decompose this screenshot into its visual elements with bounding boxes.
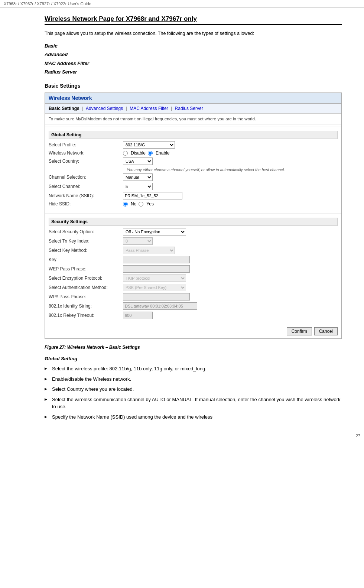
wireless-network-label: Wireless Network:: [49, 150, 123, 156]
select-profile-dropdown[interactable]: 802.11B/G 802.11b only 802.11g only mixe…: [123, 141, 175, 149]
nav-link-radius[interactable]: Radius Server: [175, 106, 203, 111]
bullet-item-0: Select the wireless profile: 802.11b/g, …: [45, 365, 342, 373]
channel-selection-row: Channel Selection: Manual Auto: [49, 173, 338, 181]
select-channel-control: 5: [123, 183, 153, 190]
nav-link-advanced[interactable]: Advanced Settings: [86, 106, 123, 111]
wep-passphrase-row: WEP Pass Phrase:: [49, 265, 338, 273]
select-country-row: Select Country: USA: [49, 157, 338, 165]
bullet-item-1: Enable/disable the Wireless network.: [45, 376, 342, 383]
tx-key-label: Select Tx Key Index:: [49, 238, 123, 244]
breadcrumb: X7968r / X7967r / X7927r / X7922r User's…: [4, 1, 91, 6]
channel-selection-dropdown[interactable]: Manual Auto: [123, 173, 153, 181]
hide-ssid-no-radio[interactable]: [123, 202, 128, 207]
nav-link-mac[interactable]: MAC Address Filter: [130, 106, 168, 111]
global-settings-section: Global Setting Select Profile: 802.11B/G…: [45, 129, 341, 211]
global-section-label: Global Setting: [49, 131, 338, 139]
rekey-timeout-input[interactable]: [123, 312, 153, 319]
network-name-control: [123, 192, 182, 199]
key-row: Key:: [49, 256, 338, 263]
wireless-network-box: Wireless Network Basic Settings | Advanc…: [45, 92, 342, 339]
key-method-control: Pass Phrase: [123, 247, 175, 254]
wireless-network-enable-radio[interactable]: [148, 151, 153, 156]
confirm-button[interactable]: Confirm: [287, 327, 312, 335]
select-profile-control: 802.11B/G 802.11b only 802.11g only mixe…: [123, 141, 175, 149]
select-profile-row: Select Profile: 802.11B/G 802.11b only 8…: [49, 141, 338, 149]
bullet-item-2: Select Country where you are located.: [45, 386, 342, 393]
auth-method-label: Select Authentication Method:: [49, 285, 123, 290]
auth-method-row: Select Authentication Method: PSK (Pre S…: [49, 284, 338, 291]
identity-string-label: 802.1x Identity String:: [49, 303, 123, 309]
enable-label: Enable: [156, 150, 169, 156]
intro-text: This page allows you to setup the wirele…: [45, 30, 342, 37]
tx-key-dropdown[interactable]: 0: [123, 237, 153, 245]
bullet-item-4: Specify the Network Name (SSID) used amo…: [45, 413, 342, 421]
select-channel-dropdown[interactable]: 5: [123, 183, 153, 190]
hide-ssid-no-label: No: [131, 201, 136, 207]
nav-sep-1: |: [82, 106, 83, 111]
bullet-item-3: Select the wireless communication channe…: [45, 396, 342, 410]
main-content: Wireless Network Page for X7968r and X79…: [0, 8, 364, 431]
hide-ssid-control: No Yes: [123, 201, 154, 207]
page-title: Wireless Network Page for X7968r and X79…: [45, 15, 342, 25]
auth-method-dropdown[interactable]: PSK (Pre Shared Key): [123, 284, 186, 291]
channel-selection-label: Channel Selection:: [49, 175, 123, 180]
hide-ssid-row: Hide SSID: No Yes: [49, 201, 338, 207]
network-name-label: Network Name (SSID):: [49, 193, 123, 198]
hide-ssid-yes-label: Yes: [146, 201, 154, 207]
footer-page-number: 27: [356, 433, 360, 438]
identity-string-row: 802.1x Identity String:: [49, 302, 338, 310]
network-name-row: Network Name (SSID):: [49, 192, 338, 199]
wireless-network-control: Disable Enable: [123, 150, 169, 156]
key-method-dropdown[interactable]: Pass Phrase: [123, 247, 175, 254]
settings-types-list: Basic Advanced MAC Address Filter Radius…: [45, 42, 342, 77]
select-country-dropdown[interactable]: USA: [123, 157, 153, 165]
security-option-dropdown[interactable]: Off - No Encryption WEP WPA WPA2: [123, 228, 186, 235]
wireless-network-row: Wireless Network: Disable Enable: [49, 150, 338, 156]
select-profile-label: Select Profile:: [49, 142, 123, 147]
security-option-row: Select Security Option: Off - No Encrypt…: [49, 228, 338, 235]
wpa-passphrase-input[interactable]: [123, 293, 190, 301]
basic-settings-heading: Basic Settings: [45, 83, 342, 89]
wireless-nav: Basic Settings | Advanced Settings | MAC…: [45, 104, 341, 114]
disable-label: Disable: [131, 150, 146, 156]
security-settings-section: Security Settings Select Security Option…: [45, 216, 341, 324]
select-channel-row: Select Channel: 5: [49, 183, 338, 190]
select-channel-label: Select Channel:: [49, 184, 123, 189]
identity-string-input[interactable]: [123, 302, 197, 310]
hide-ssid-label: Hide SSID:: [49, 201, 123, 207]
rekey-timeout-label: 802.1x Rekey Timeout:: [49, 313, 123, 318]
security-option-label: Select Security Option:: [49, 229, 123, 234]
global-setting-body-heading: Global Setting: [45, 356, 342, 361]
settings-type-mac: MAC Address Filter: [45, 59, 342, 68]
network-name-input[interactable]: [123, 192, 182, 199]
identity-string-control: [123, 302, 197, 310]
cancel-button[interactable]: Cancel: [314, 327, 338, 335]
wireless-network-disable-radio[interactable]: [123, 151, 128, 156]
wep-passphrase-control: [123, 265, 190, 273]
wireless-notice: To make sure MyDslModem does not transmi…: [45, 114, 341, 124]
auth-method-control: PSK (Pre Shared Key): [123, 284, 186, 291]
wpa-passphrase-control: [123, 293, 190, 301]
figure-caption: Figure 27: Wireless Network – Basic Sett…: [45, 345, 342, 350]
hide-ssid-yes-radio[interactable]: [139, 202, 143, 207]
key-input[interactable]: [123, 256, 190, 263]
nav-sep-3: |: [171, 106, 172, 111]
wep-passphrase-input[interactable]: [123, 265, 190, 273]
key-method-label: Select Key Method:: [49, 248, 123, 253]
key-method-row: Select Key Method: Pass Phrase: [49, 247, 338, 254]
wpa-passphrase-row: WPA Pass Phrase:: [49, 293, 338, 301]
rekey-timeout-row: 802.1x Rekey Timeout:: [49, 312, 338, 319]
settings-type-basic: Basic: [45, 42, 342, 50]
settings-type-advanced: Advanced: [45, 50, 342, 59]
encryption-protocol-row: Select Encryption Protocol: TKIP protoco…: [49, 274, 338, 282]
button-row: Confirm Cancel: [45, 324, 341, 338]
key-label: Key:: [49, 257, 123, 262]
encryption-protocol-control: TKIP protocol: [123, 274, 186, 282]
tx-key-control: 0: [123, 237, 153, 245]
encryption-protocol-dropdown[interactable]: TKIP protocol: [123, 274, 186, 282]
wpa-passphrase-label: WPA Pass Phrase:: [49, 294, 123, 299]
select-country-control: USA: [123, 157, 153, 165]
encryption-protocol-label: Select Encryption Protocol:: [49, 276, 123, 281]
wireless-box-header: Wireless Network: [45, 93, 341, 104]
global-setting-bullets: Select the wireless profile: 802.11b/g, …: [45, 365, 342, 420]
